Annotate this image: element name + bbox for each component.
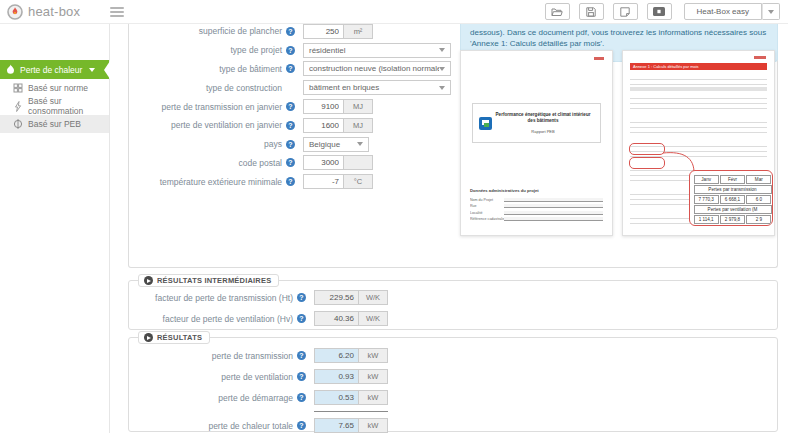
doc-logo-mark <box>754 56 766 59</box>
unit-addon: W/K <box>359 311 388 326</box>
callout-row-label: Pertes par transmission <box>694 185 772 194</box>
callout-value: 6 668,1 <box>720 195 745 204</box>
doc-admin-label: Référence cadastrale <box>470 217 504 221</box>
help-icon[interactable]: ? <box>286 121 295 130</box>
callout-month: Févr <box>720 175 745 184</box>
doc-subtitle: Rapport PEB <box>492 129 594 134</box>
form-row-pays: pays ? Belgique <box>130 135 475 154</box>
chevron-down-icon <box>439 48 445 52</box>
sidebar-item-label: Basé sur consommation <box>28 96 109 116</box>
doc-admin-table: Données administratives du projet Nom du… <box>470 188 603 221</box>
form-row-perte-transmission: perte de transmission en janvier ? MJ <box>130 97 475 116</box>
perte-transmission-input[interactable] <box>303 99 344 114</box>
field-label: type de bâtiment <box>130 64 282 74</box>
sidebar-item-base-sur-peb[interactable]: Basé sur PEB <box>0 115 109 133</box>
form-row-type-projet: type de projet ? résidentiel <box>130 41 475 60</box>
grid-icon <box>13 83 23 93</box>
help-icon[interactable]: ? <box>297 421 306 430</box>
ht-value: 229.56 <box>314 290 359 305</box>
form-row-perte-ventilation: perte de ventilation en janvier ? MJ <box>130 116 475 135</box>
doc-admin-label: Rue <box>470 204 504 208</box>
panel-legend: RÉSULTATS INTERMÉDIAIRES <box>138 274 279 287</box>
open-project-button[interactable] <box>545 3 570 20</box>
result-row-ventilation: perte de ventilation ? 0.93 kW <box>129 366 777 387</box>
result-label: perte de chaleur totale <box>129 421 293 431</box>
doc-title-block: Performance énergétique et climat intéri… <box>472 103 601 143</box>
help-icon[interactable]: ? <box>286 177 295 186</box>
panel-legend: RÉSULTATS <box>138 331 210 344</box>
result-row-hv: facteur de perte de ventilation (Hv) ? 4… <box>129 308 777 329</box>
pays-select[interactable]: Belgique <box>303 137 369 152</box>
help-icon[interactable]: ? <box>286 64 295 73</box>
type-batiment-select[interactable]: construction neuve (isolation normale; >… <box>303 61 451 76</box>
result-label: perte de ventilation <box>129 372 293 382</box>
sidebar-item-base-sur-norme[interactable]: Basé sur norme <box>0 79 109 97</box>
result-label: perte de transmission <box>129 351 293 361</box>
type-projet-select[interactable]: résidentiel <box>303 43 451 58</box>
brand[interactable]: heat-box <box>0 4 80 20</box>
unit-addon: °C <box>344 174 373 189</box>
video-help-button[interactable] <box>647 3 672 20</box>
unit-addon: kW <box>359 418 388 433</box>
unit-addon: MJ <box>344 99 373 114</box>
help-icon[interactable]: ? <box>286 158 295 167</box>
help-icon[interactable]: ? <box>297 351 306 360</box>
lightning-icon <box>13 101 23 112</box>
form-row-temperature: température extérieure minimale ? °C <box>130 172 475 191</box>
help-icon[interactable]: ? <box>297 372 306 381</box>
workspace-caret[interactable] <box>762 3 780 20</box>
menu-toggle-icon[interactable] <box>110 5 124 19</box>
result-label: facteur de perte de transmission (Ht) <box>129 293 293 303</box>
sidebar-item-perte-de-chaleur[interactable]: Perte de chaleur <box>0 60 109 79</box>
save-icon <box>586 7 596 17</box>
annotation-circle <box>629 157 665 169</box>
doc-admin-value-line <box>504 211 603 215</box>
notes-button[interactable] <box>613 3 638 20</box>
gauge-icon <box>13 119 23 129</box>
help-icon[interactable]: ? <box>286 140 295 149</box>
temperature-input[interactable] <box>303 174 344 189</box>
doc-admin-value-line <box>504 198 603 202</box>
unit-addon <box>344 155 373 170</box>
callout-value: 2 9 <box>746 215 771 224</box>
chevron-down-icon <box>357 142 363 146</box>
brand-title: heat-box <box>28 4 80 19</box>
selected-option: construction neuve (isolation normale; >… <box>309 64 439 73</box>
doc-logo-mark <box>594 57 604 60</box>
annotation-circle <box>629 143 665 155</box>
callout-value: 6 0 <box>746 195 771 204</box>
peb-form: superficie de plancher ? m² type de proj… <box>130 24 475 191</box>
help-icon[interactable]: ? <box>297 293 306 302</box>
save-project-button[interactable] <box>579 3 604 20</box>
form-row-type-batiment: type de bâtiment ? construction neuve (i… <box>130 60 475 79</box>
superficie-input[interactable] <box>303 24 344 39</box>
field-label: perte de transmission en janvier <box>130 102 282 112</box>
sidebar: Perte de chaleur Basé sur norme Basé sur… <box>0 24 110 433</box>
help-icon[interactable]: ? <box>286 27 295 36</box>
logo-flame-icon <box>7 4 23 20</box>
chevron-down-icon <box>439 67 445 71</box>
help-icon[interactable]: ? <box>297 393 306 402</box>
help-icon[interactable]: ? <box>297 314 306 323</box>
field-label: température extérieure minimale <box>130 177 282 187</box>
pdf-preview-rapport-peb[interactable]: Performance énergétique et climat intéri… <box>460 50 613 236</box>
help-icon[interactable]: ? <box>286 46 295 55</box>
pdf-preview-annexe-calculs[interactable]: Annexe 1 : Calculs détaillés par mois Ja… <box>622 50 775 236</box>
result-row-totale: perte de chaleur totale ? 7.65 kW <box>129 415 777 433</box>
help-icon[interactable]: ? <box>286 102 295 111</box>
code-postal-input[interactable] <box>303 155 344 170</box>
form-row-code-postal: code postal ? <box>130 154 475 173</box>
result-row-ht: facteur de perte de transmission (Ht) ? … <box>129 287 777 308</box>
sidebar-item-label: Perte de chaleur <box>20 65 82 75</box>
callout-value: 7 770,3 <box>694 195 719 204</box>
workspace-selector[interactable]: Heat-Box easy <box>684 3 762 20</box>
chevron-down-icon <box>768 10 774 14</box>
panel-title: RÉSULTATS <box>157 333 202 342</box>
sum-divider <box>314 411 388 412</box>
folder-icon <box>551 7 563 17</box>
type-construction-select[interactable]: bâtiment en briques <box>303 80 451 95</box>
field-label: code postal <box>130 158 282 168</box>
sidebar-item-base-sur-consommation[interactable]: Basé sur consommation <box>0 97 109 115</box>
peb-logo-icon <box>479 117 492 130</box>
perte-ventilation-input[interactable] <box>303 118 344 133</box>
